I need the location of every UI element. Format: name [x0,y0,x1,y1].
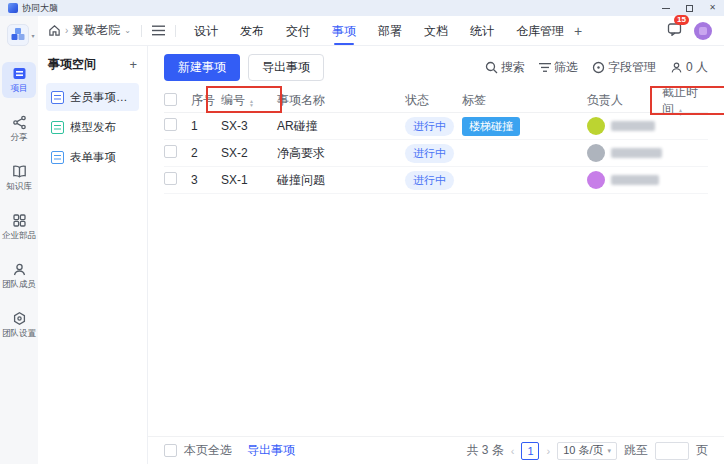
breadcrumb-project-name[interactable]: 翼敬老院 [72,22,120,39]
header-due[interactable]: 截止时间▲▼ [662,84,708,118]
divider [175,25,176,37]
app-logo-icon [8,3,18,13]
add-space-button[interactable]: + [129,57,137,72]
header-name: 事项名称 [277,92,405,109]
tab-design[interactable]: 设计 [194,16,218,46]
row-checkbox[interactable] [164,172,177,185]
search-tool[interactable]: 搜索 [485,59,525,76]
left-rail: ▾ 项目 分享 知识库 [0,16,38,464]
grid-icon [12,213,27,228]
search-icon [485,61,498,74]
owner-avatar [587,117,605,135]
rail-item-enterprise-components[interactable]: 企业部品 [2,209,36,245]
status-badge: 进行中 [405,171,454,190]
chevron-down-icon: ▾ [607,447,611,455]
tab-deploy[interactable]: 部署 [378,16,402,46]
rail-item-team-members[interactable]: 团队成员 [2,258,36,294]
avatar-glyph [699,27,707,35]
row-checkbox[interactable] [164,118,177,131]
breadcrumb-separator: › [65,25,68,36]
menu-icon[interactable] [152,25,165,36]
header-owner: 负责人 [587,92,662,109]
header-status: 状态 [405,92,462,109]
tab-docs[interactable]: 文档 [424,16,448,46]
export-items-button[interactable]: 导出事项 [248,54,324,81]
owner-cell [587,144,662,162]
status-badge: 进行中 [405,144,454,163]
cell-name[interactable]: AR碰撞 [277,118,405,135]
status-badge: 进行中 [405,117,454,136]
tab-warehouse[interactable]: 仓库管理 [516,16,564,46]
tab-items[interactable]: 事项 [332,16,356,46]
breadcrumb: › 翼敬老院 ⌄ [48,22,131,39]
search-label: 搜索 [501,59,525,76]
total-count: 共 3 条 [466,442,503,459]
table-row[interactable]: 3 SX-1 碰撞问题 进行中 [164,167,708,194]
home-icon[interactable] [48,24,61,37]
book-icon [12,164,27,179]
rail-item-projects[interactable]: 项目 [2,62,36,98]
jump-suffix: 页 [696,442,708,459]
tag-badge: 楼梯碰撞 [462,117,520,136]
filter-tool[interactable]: 筛选 [539,59,578,76]
user-avatar[interactable] [694,22,712,40]
sort-icon[interactable]: ▲▼ [249,99,254,107]
new-item-button[interactable]: 新建事项 [164,54,240,81]
gear-icon [12,311,27,326]
workspace-switcher[interactable]: ▾ [7,24,34,46]
tab-publish[interactable]: 发布 [240,16,264,46]
header-tag: 标签 [462,92,587,109]
item-space-sidebar: 事项空间 + 全员事项空间 模型发布 表单事项 [38,46,148,464]
rail-item-label: 企业部品 [2,230,36,242]
field-manage-tool[interactable]: 字段管理 [592,59,656,76]
select-all-checkbox[interactable] [164,93,177,106]
members-icon [12,262,27,277]
cell-name[interactable]: 碰撞问题 [277,172,405,189]
rail-item-team-settings[interactable]: 团队设置 [2,307,36,343]
select-page-checkbox[interactable] [164,444,177,457]
window-maximize-button[interactable] [686,5,693,12]
window-titlebar: 协同大脑 ✕ [0,0,724,16]
rail-item-knowledge-base[interactable]: 知识库 [2,160,36,196]
owner-name-redacted [611,121,655,131]
cell-name[interactable]: 净高要求 [277,145,405,162]
window-minimize-button[interactable] [662,8,670,9]
owner-name-redacted [611,175,659,185]
cell-code: SX-3 [221,119,277,133]
table-row[interactable]: 1 SX-3 AR碰撞 进行中 楼梯碰撞 [164,113,708,140]
sidebar-item-label: 模型发布 [70,120,116,135]
main-content: 新建事项 导出事项 搜索 筛选 [148,46,724,464]
rail-item-share[interactable]: 分享 [2,111,36,147]
table-row[interactable]: 2 SX-2 净高要求 进行中 [164,140,708,167]
filter-icon [539,62,551,73]
notifications-button[interactable]: 15 [667,22,682,39]
workspace-avatar [7,24,29,46]
app-title: 协同大脑 [22,2,58,15]
page-size-select[interactable]: 10 条/页 ▾ [557,442,617,460]
window-close-button[interactable]: ✕ [709,4,716,12]
sort-icon[interactable]: ▲▼ [678,108,683,116]
members-tool[interactable]: 0 人 [670,59,708,76]
add-tab-button[interactable]: + [574,23,582,39]
current-page[interactable]: 1 [521,442,539,460]
cubes-icon [10,27,26,43]
sidebar-item-label: 全员事项空间 [70,90,134,105]
tab-stats[interactable]: 统计 [470,16,494,46]
table-header-row: 序号 编号▲▼ 事项名称 状态 标签 负责人 截止时间▲▼ [164,89,708,113]
field-manage-label: 字段管理 [608,59,656,76]
sidebar-item-form-items[interactable]: 表单事项 [46,143,139,171]
rail-item-label: 团队设置 [2,328,36,340]
cell-index: 1 [191,119,221,133]
next-page-button[interactable]: › [546,445,550,457]
table-footer: 本页全选 导出事项 共 3 条 ‹ 1 › 10 条/页 ▾ 跳至 [148,436,724,464]
jump-page-input[interactable] [655,442,689,460]
sidebar-item-model-publish[interactable]: 模型发布 [46,113,139,141]
prev-page-button[interactable]: ‹ [511,445,515,457]
row-checkbox[interactable] [164,145,177,158]
sidebar-item-all-items-space[interactable]: 全员事项空间 [46,83,139,111]
project-switch-icon[interactable]: ⌄ [124,26,131,35]
tab-delivery[interactable]: 交付 [286,16,310,46]
export-selected-link[interactable]: 导出事项 [247,442,295,459]
notification-badge: 15 [674,15,689,25]
header-code[interactable]: 编号▲▼ [221,92,277,109]
